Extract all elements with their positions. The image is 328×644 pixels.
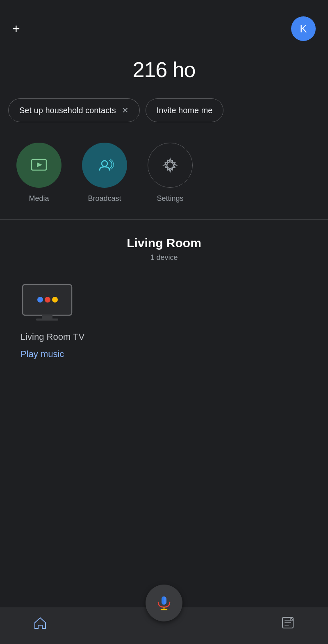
svg-rect-13 <box>162 596 164 605</box>
home-nav-icon[interactable] <box>33 615 48 632</box>
broadcast-label: Broadcast <box>88 194 121 203</box>
broadcast-circle <box>82 143 127 188</box>
device-name: Living Room TV <box>20 332 84 342</box>
settings-icon <box>159 155 181 176</box>
activity-nav-icon[interactable] <box>280 615 295 632</box>
mic-button[interactable] <box>146 585 182 621</box>
device-card[interactable]: Living Room TV Play music <box>12 278 316 364</box>
action-settings[interactable]: Settings <box>148 143 193 203</box>
chip-label: Invite home me <box>157 106 213 115</box>
avatar[interactable]: K <box>291 16 316 41</box>
add-button[interactable]: + <box>12 22 20 35</box>
media-icon <box>28 155 50 176</box>
settings-circle <box>148 143 193 188</box>
svg-rect-5 <box>42 315 52 319</box>
media-circle <box>16 143 61 188</box>
svg-point-2 <box>102 161 107 166</box>
section-divider <box>0 219 328 220</box>
svg-rect-6 <box>36 319 58 321</box>
action-media[interactable]: Media <box>16 143 61 203</box>
svg-marker-1 <box>37 162 42 167</box>
svg-point-7 <box>37 297 43 303</box>
chip-label: Set up household contacts <box>19 106 116 115</box>
mic-icon <box>155 594 173 612</box>
chips-row: Set up household contacts ✕ Invite home … <box>0 98 328 134</box>
chip-household-contacts[interactable]: Set up household contacts ✕ <box>8 98 140 122</box>
chip-close-icon[interactable]: ✕ <box>122 105 129 115</box>
room-section: Living Room 1 device Living Room TV Play… <box>0 224 328 376</box>
settings-label: Settings <box>157 194 183 203</box>
tv-icon-container <box>20 282 74 325</box>
room-title: Living Room <box>12 236 316 250</box>
svg-point-9 <box>52 297 58 303</box>
broadcast-icon <box>94 155 115 176</box>
media-label: Media <box>29 194 49 203</box>
activity-icon <box>280 615 295 630</box>
mic-button-container <box>146 585 182 621</box>
action-broadcast[interactable]: Broadcast <box>82 143 127 203</box>
svg-point-8 <box>45 297 50 303</box>
chip-invite-home[interactable]: Invite home me <box>146 98 224 122</box>
tv-icon <box>20 282 74 323</box>
home-name: 216 ho <box>0 49 328 98</box>
play-music-button[interactable]: Play music <box>20 349 64 360</box>
header: + K <box>0 0 328 49</box>
room-device-count: 1 device <box>12 253 316 262</box>
quick-actions: Media Broadcast Settings <box>0 134 328 215</box>
home-icon <box>33 615 48 630</box>
